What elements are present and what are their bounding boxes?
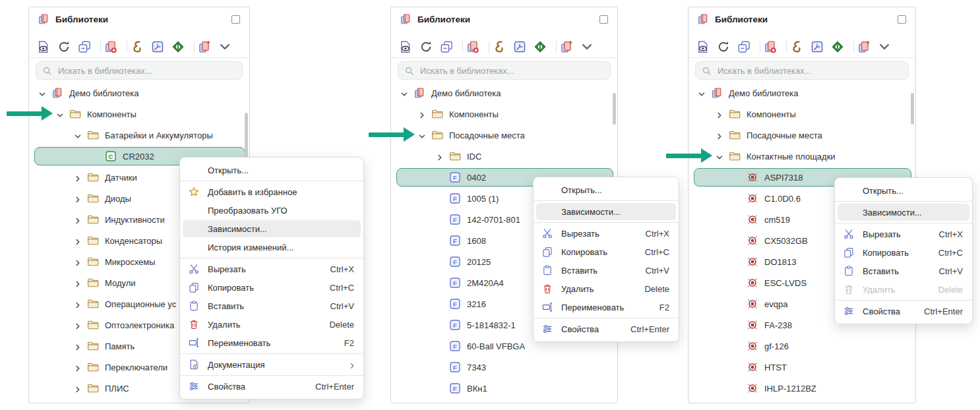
menu-item-delete[interactable]: УдалитьDelete [180,315,363,334]
scrollbar-thumb[interactable] [911,93,914,125]
menu-item-history[interactable]: История изменений... [180,238,363,256]
menu-item-convert-symbol[interactable]: Преобразовать УГО [180,201,363,220]
chevron-right-icon[interactable] [74,300,82,308]
chevron-right-icon[interactable] [74,194,82,202]
chevron-right-icon[interactable] [716,110,723,118]
refresh-icon[interactable] [57,40,71,53]
chevron-down-icon[interactable] [56,110,64,118]
chevron-down-icon[interactable] [698,89,706,97]
footprint-editor-icon[interactable] [151,40,164,53]
menu-item-copy[interactable]: КопироватьCtrl+C [534,243,679,261]
footprint-editor-icon[interactable] [513,40,526,53]
menu-item-paste[interactable]: ВставитьCtrl+V [534,261,679,279]
menu-item-dependencies[interactable]: Зависимости... [180,220,363,238]
preview-document-icon[interactable] [399,40,412,53]
menu-item-documentation[interactable]: Документация [180,355,363,374]
menu-item-cut[interactable]: ВырезатьCtrl+X [180,260,363,278]
chevron-right-icon[interactable] [74,384,82,392]
tree-item[interactable]: Компоненты [29,103,249,125]
symbol-editor-icon[interactable] [790,40,803,53]
refresh-icon[interactable] [717,40,730,53]
chevron-down-icon[interactable] [418,131,426,139]
add-external-library-icon[interactable] [560,40,573,53]
search-input[interactable]: Искать в библиотеках... [398,61,611,80]
tree-item[interactable]: Батарейки и Аккумуляторы [29,125,249,146]
menu-item-rename[interactable]: ПереименоватьF2 [180,334,363,352]
symbol-editor-icon[interactable] [493,40,506,53]
add-library-icon[interactable] [104,40,117,53]
scrollbar-thumb[interactable] [613,93,616,125]
add-external-library-icon[interactable] [857,40,871,53]
pad-via-editor-icon[interactable] [171,40,185,53]
pad-via-editor-icon[interactable] [831,40,844,53]
chevron-right-icon[interactable] [74,258,82,266]
chevron-right-icon[interactable] [74,342,82,350]
menu-item-properties[interactable]: СвойстваCtrl+Enter [534,320,679,338]
float-window-button[interactable] [231,15,240,24]
chevron-down-icon[interactable] [74,131,82,139]
tree-item[interactable]: Контактные площадки [689,146,915,167]
add-library-icon[interactable] [466,40,479,53]
chevron-down-icon[interactable] [716,152,723,160]
chevron-down-icon[interactable] [400,89,408,97]
add-library-icon[interactable] [764,40,777,53]
add-external-library-icon[interactable] [198,40,211,53]
search-input[interactable]: Искать в библиотеках... [36,61,243,80]
preview-document-icon[interactable] [696,40,710,53]
menu-item-open[interactable]: Открыть... [835,181,972,200]
menu-item-copy[interactable]: КопироватьCtrl+C [180,278,363,297]
menu-item-copy[interactable]: КопироватьCtrl+C [835,243,972,262]
collapse-all-icon[interactable] [78,40,91,53]
chevron-right-icon[interactable] [74,237,82,245]
chevron-right-icon[interactable] [74,216,82,223]
preview-document-icon[interactable] [37,40,50,53]
collapse-all-icon[interactable] [737,40,750,53]
chevron-right-icon[interactable] [436,152,444,160]
menu-item-properties[interactable]: СвойстваCtrl+Enter [180,377,363,395]
tree-item[interactable]: Демо библиотека [689,82,915,103]
tree-item[interactable]: F7343 [391,357,617,378]
menu-item-delete[interactable]: УдалитьDelete [534,279,679,298]
float-window-button[interactable] [599,15,608,24]
menu-item-open[interactable]: Открыть... [534,181,679,199]
pad-via-editor-icon[interactable] [534,40,547,53]
chevron-right-icon[interactable] [716,131,723,139]
menu-item-cut[interactable]: ВырезатьCtrl+X [534,224,679,243]
chevron-right-icon[interactable] [74,279,82,287]
menu-item-open[interactable]: Открыть... [180,161,363,179]
tree-item[interactable]: Демо библиотека [29,82,249,103]
chevron-right-icon[interactable] [74,173,82,181]
menu-item-rename[interactable]: ПереименоватьF2 [534,298,679,316]
float-window-button[interactable] [898,15,906,24]
menu-item-dependencies[interactable]: Зависимости... [534,202,679,221]
dropdown-chevron-icon[interactable] [218,40,231,53]
chevron-right-icon[interactable] [418,110,426,118]
footprint-editor-icon[interactable] [811,40,824,53]
tree-item[interactable]: FВКн1 [391,378,617,399]
tree-item[interactable]: Посадочные места [391,125,617,146]
menu-item-cut[interactable]: ВырезатьCtrl+X [835,225,972,243]
menu-item-paste[interactable]: ВставитьCtrl+V [835,262,972,280]
menu-item-paste[interactable]: ВставитьCtrl+V [180,297,363,315]
tree-item[interactable]: HTST [689,357,915,378]
dropdown-chevron-icon[interactable] [878,40,891,53]
menu-item-properties[interactable]: СвойстваCtrl+Enter [835,302,972,320]
search-input[interactable]: Искать в библиотеках... [695,61,909,80]
tree-item[interactable]: IHLP-1212BZ [689,378,915,399]
tree-item-label: Батарейки и Аккумуляторы [105,131,213,140]
chevron-down-icon[interactable] [38,89,46,97]
tree-item[interactable]: gf-126 [689,336,915,357]
refresh-icon[interactable] [419,40,433,53]
tree-item[interactable]: Посадочные места [689,125,915,146]
tree-item[interactable]: Компоненты [689,103,915,125]
tree-item[interactable]: Компоненты [391,103,617,125]
collapse-all-icon[interactable] [440,40,453,53]
symbol-editor-icon[interactable] [131,40,144,53]
tree-item[interactable]: IDC [391,146,617,167]
chevron-right-icon[interactable] [74,363,82,371]
chevron-right-icon[interactable] [74,321,82,329]
menu-item-add-to-favorites[interactable]: Добавить в избранное [180,183,363,201]
tree-item[interactable]: Демо библиотека [391,82,617,103]
menu-item-dependencies[interactable]: Зависимости... [835,203,972,221]
dropdown-chevron-icon[interactable] [580,40,594,53]
